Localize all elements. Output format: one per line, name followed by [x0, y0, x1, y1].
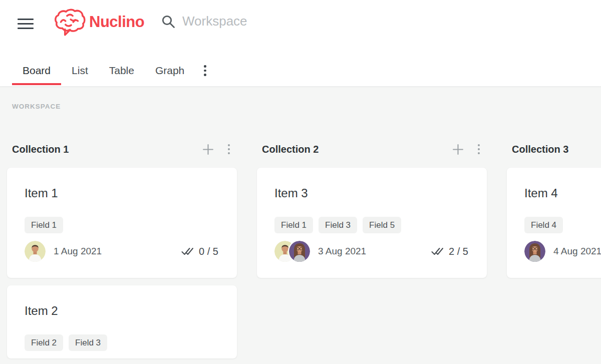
double-checkmark-icon [431, 246, 444, 256]
card-due-date: 4 Aug 2021 [553, 246, 601, 257]
card-due-date: 3 Aug 2021 [318, 246, 366, 257]
column-collection-3: Collection 3 Item 4 Field 4 [507, 142, 601, 364]
tag-chip: Field 5 [363, 217, 401, 233]
card-due-date: 1 Aug 2021 [54, 246, 102, 257]
card-item-2[interactable]: Item 2 Field 2 Field 3 [7, 285, 237, 358]
tag-chip: Field 3 [319, 217, 357, 233]
tag-chip: Field 1 [274, 217, 313, 233]
search-input[interactable] [182, 14, 393, 29]
column-collection-2: Collection 2 Item 3 Field 1 Field 3 Fiel… [257, 142, 487, 364]
card-title: Item 4 [524, 186, 601, 201]
card-tags: Field 2 Field 3 [25, 334, 224, 351]
card-item-4[interactable]: Item 4 Field 4 [507, 168, 601, 278]
add-item-icon[interactable] [202, 144, 214, 155]
top-header: Nuclino Board List Table Graph [0, 0, 601, 87]
board-view: WORKSPACE Collection 1 Item 1 Field 1 [0, 87, 601, 364]
card-meta: 3 Aug 2021 2 / 5 [274, 241, 474, 262]
double-checkmark-icon [181, 246, 194, 256]
avatar-woman [524, 241, 545, 262]
tag-chip: Field 3 [69, 334, 107, 351]
tab-board[interactable]: Board [12, 56, 61, 85]
tab-list[interactable]: List [61, 56, 99, 85]
card-assignees [274, 241, 310, 262]
workspace-section-label: WORKSPACE [12, 103, 61, 110]
card-title: Item 3 [274, 186, 474, 201]
column-title: Collection 2 [262, 144, 452, 155]
tasks-count: 2 / 5 [449, 246, 468, 257]
card-title: Item 2 [25, 303, 224, 318]
card-meta: 4 Aug 2021 [524, 241, 601, 262]
logo-wordmark: Nuclino [89, 13, 144, 31]
search-icon [161, 15, 175, 29]
nuclino-logo[interactable]: Nuclino [53, 7, 144, 37]
card-tasks: 2 / 5 [431, 246, 474, 257]
card-tags: Field 1 Field 3 Field 5 [274, 217, 474, 233]
workspace-search [161, 14, 393, 29]
tabs-overflow-menu-icon[interactable] [199, 56, 211, 85]
nuclino-app: Nuclino Board List Table Graph WORKSPACE [0, 0, 601, 364]
board-columns: Collection 1 Item 1 Field 1 [7, 142, 601, 364]
column-collection-1: Collection 1 Item 1 Field 1 [7, 142, 237, 364]
tasks-count: 0 / 5 [199, 246, 218, 257]
column-title: Collection 3 [512, 144, 601, 155]
card-assignees [25, 241, 46, 262]
column-header: Collection 1 [7, 142, 237, 156]
card-tags: Field 4 [524, 217, 601, 233]
tag-chip: Field 2 [25, 334, 63, 351]
card-assignees [524, 241, 545, 262]
tab-graph[interactable]: Graph [145, 56, 195, 85]
avatar-man [25, 241, 46, 262]
add-item-icon[interactable] [452, 144, 464, 155]
hamburger-menu-icon[interactable] [18, 19, 34, 29]
card-tags: Field 1 [25, 217, 224, 233]
column-header: Collection 2 [257, 142, 487, 156]
brain-icon [53, 7, 86, 37]
tag-chip: Field 4 [524, 217, 563, 233]
card-tasks: 0 / 5 [181, 246, 224, 257]
card-item-1[interactable]: Item 1 Field 1 [7, 168, 237, 278]
tab-table[interactable]: Table [99, 56, 145, 85]
card-meta: 1 Aug 2021 0 / 5 [25, 241, 224, 262]
card-item-3[interactable]: Item 3 Field 1 Field 3 Field 5 [257, 168, 487, 278]
avatar-woman [289, 241, 310, 262]
tag-chip: Field 1 [25, 217, 63, 233]
column-menu-icon[interactable] [476, 142, 482, 156]
column-title: Collection 1 [12, 144, 202, 155]
card-title: Item 1 [25, 186, 224, 201]
column-header: Collection 3 [507, 142, 601, 156]
view-tabs: Board List Table Graph [12, 56, 211, 85]
column-menu-icon[interactable] [226, 142, 232, 156]
